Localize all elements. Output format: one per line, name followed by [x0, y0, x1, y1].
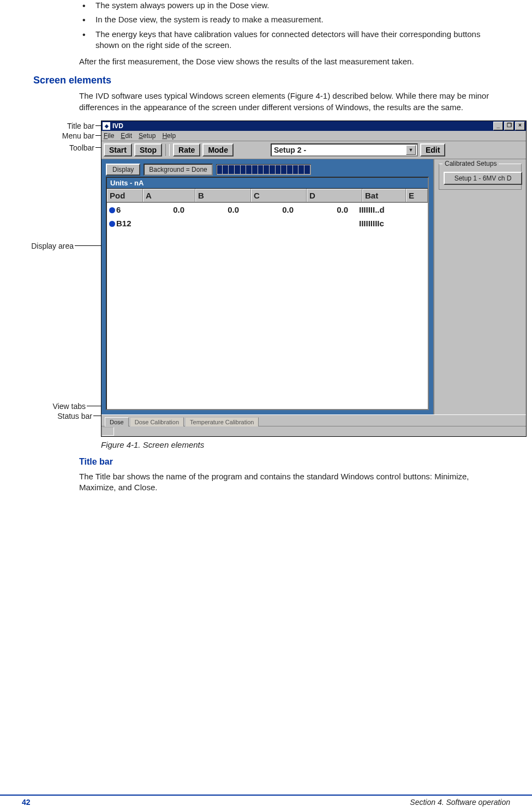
grid-header-row: Pod A B C D Bat E — [107, 189, 428, 203]
tab-dose[interactable]: Dose — [105, 417, 129, 426]
table-row: B12 IIIIIIIIIc — [107, 216, 428, 230]
section-heading: Screen elements — [33, 75, 505, 86]
figure-caption: Figure 4-1. Screen elements — [101, 440, 510, 449]
app-icon: ◆ — [103, 122, 110, 130]
minimize-button[interactable]: _ — [493, 122, 503, 130]
maximize-button[interactable]: ❐ — [504, 122, 514, 130]
right-pane: Calibrated Setups Setup 1 - 6MV ch D — [433, 159, 526, 414]
tab-dose-calibration[interactable]: Dose Calibration — [130, 417, 184, 426]
callout-label: Status bar — [57, 412, 92, 420]
title-bar: ◆ IVD _ ❐ × — [101, 121, 526, 131]
cell — [142, 218, 193, 229]
pod-icon — [109, 207, 115, 213]
data-grid: Units - nA Pod A B C D Bat E 6 — [106, 177, 429, 410]
pod-icon — [109, 221, 115, 227]
cell: IIIIIII..d — [357, 204, 399, 215]
body-text: The Title bar shows the name of the prog… — [79, 471, 505, 494]
cell: 0.0 — [302, 204, 357, 215]
col-header: Pod — [107, 189, 143, 202]
body-text: The IVD software uses typical Windows sc… — [79, 91, 505, 113]
toolbar: Start Stop Rate Mode Setup 2 - ▼ Edit — [101, 141, 526, 159]
cell — [399, 218, 420, 229]
mode-button[interactable]: Mode — [202, 143, 234, 157]
body-text: After the first measurement, the Dose vi… — [79, 56, 505, 67]
setup-button[interactable]: Setup 1 - 6MV ch D — [444, 172, 522, 185]
col-header: D — [307, 189, 362, 202]
cell: 0.0 — [193, 204, 248, 215]
callout-label: Title bar — [67, 122, 94, 130]
callout-label: View tabs — [53, 402, 86, 411]
cell — [302, 218, 357, 229]
callout-label: Display area — [31, 242, 74, 250]
menu-edit[interactable]: Edit — [121, 132, 132, 140]
subsection-heading: Title bar — [79, 457, 505, 467]
chevron-down-icon[interactable]: ▼ — [406, 145, 416, 155]
cell: 6 — [116, 205, 121, 214]
client-area: Display Background = Done Units - nA — [101, 159, 526, 414]
background-status: Background = Done — [144, 164, 212, 176]
figure: Title bar Menu bar Toolbar Display area … — [22, 121, 510, 449]
setup-combo[interactable]: Setup 2 - ▼ — [271, 143, 418, 157]
page-footer: 42 Section 4. Software operation — [0, 795, 532, 807]
setup-combo-value: Setup 2 - — [274, 146, 306, 154]
col-header: B — [195, 189, 251, 202]
col-header: Bat — [362, 189, 406, 202]
close-button[interactable]: × — [515, 122, 525, 130]
bullet-list: The system always powers up in the Dose … — [79, 0, 505, 51]
menu-setup[interactable]: Setup — [139, 132, 156, 140]
start-button[interactable]: Start — [104, 143, 132, 157]
separator — [165, 144, 170, 156]
units-label: Units - nA — [110, 179, 144, 187]
calibrated-setups-group: Calibrated Setups Setup 1 - 6MV ch D — [439, 164, 522, 190]
display-button[interactable]: Display — [106, 164, 140, 176]
section-label: Section 4. Software operation — [410, 798, 510, 807]
bullet-item: In the Dose view, the system is ready to… — [79, 14, 505, 25]
page-number: 42 — [22, 798, 31, 807]
status-bar — [101, 426, 526, 436]
edit-button[interactable]: Edit — [420, 143, 445, 157]
menu-file[interactable]: File — [104, 132, 114, 140]
cell: 0.0 — [142, 204, 193, 215]
cell — [193, 218, 248, 229]
stop-button[interactable]: Stop — [134, 143, 162, 157]
cell: IIIIIIIIIc — [357, 218, 399, 229]
cell — [399, 204, 420, 215]
progress-bar — [216, 164, 311, 175]
cell — [248, 218, 302, 229]
col-header: E — [406, 189, 428, 202]
app-title: IVD — [112, 122, 123, 130]
menu-bar: File Edit Setup Help — [101, 131, 526, 141]
bullet-item: The energy keys that have calibration va… — [79, 29, 505, 51]
cell: 0.0 — [248, 204, 302, 215]
col-header: C — [251, 189, 307, 202]
col-header: A — [143, 189, 195, 202]
callout-label: Toolbar — [69, 143, 94, 152]
cell: B12 — [116, 219, 131, 228]
status-cell — [102, 427, 114, 436]
view-tabs: Dose Dose Calibration Temperature Calibr… — [101, 414, 526, 426]
rate-button[interactable]: Rate — [173, 143, 200, 157]
table-row: 6 0.0 0.0 0.0 0.0 IIIIIII..d — [107, 203, 428, 216]
bullet-item: The system always powers up in the Dose … — [79, 0, 505, 11]
tab-temperature-calibration[interactable]: Temperature Calibration — [185, 417, 259, 426]
menu-help[interactable]: Help — [162, 132, 176, 140]
group-title: Calibrated Setups — [443, 160, 499, 167]
callout-label: Menu bar — [62, 131, 94, 140]
app-window: ◆ IVD _ ❐ × File Edit Setup Help Start S… — [101, 121, 527, 437]
